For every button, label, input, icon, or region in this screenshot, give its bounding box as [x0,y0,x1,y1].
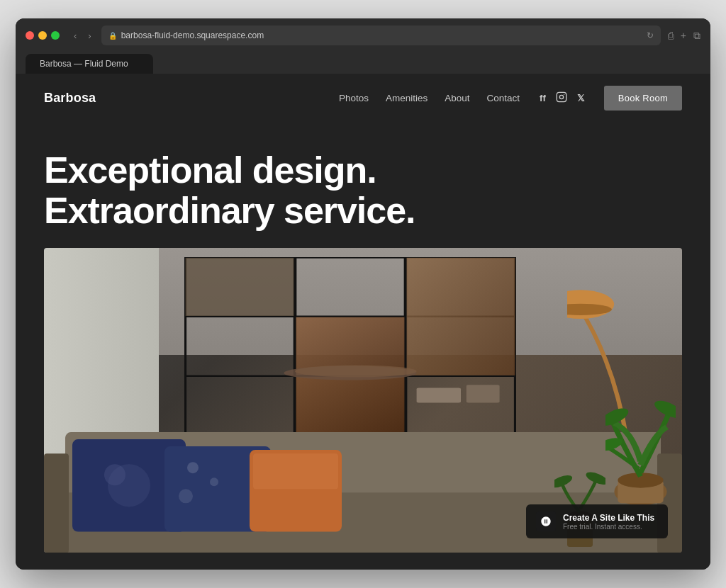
new-tab-button[interactable]: + [681,30,686,41]
browser-controls: ‹ › [71,30,94,42]
svg-rect-11 [407,258,515,375]
svg-point-2 [564,94,564,94]
book-room-button[interactable]: Book Room [604,86,682,111]
traffic-lights [26,31,60,40]
nav-item-amenities[interactable]: Amenities [386,91,428,104]
tab-title: Barbosa — Fluid Demo [40,59,128,69]
svg-point-16 [295,366,417,378]
nav-links: Photos Amenities About Contact [339,91,520,104]
instagram-icon[interactable] [556,91,567,105]
svg-rect-12 [186,258,294,316]
hero-line-1: Exceptional design. [44,149,376,191]
refresh-icon[interactable]: ↻ [647,30,654,40]
room-scene: Create A Site Like This Free trial. Inst… [44,248,682,553]
browser-tabs: Barbosa — Fluid Demo [26,51,700,74]
hero-section: Exceptional design. Extraordinary servic… [16,122,710,553]
nav-link-amenities[interactable]: Amenities [386,93,428,103]
lock-icon: 🔒 [108,32,117,40]
browser-window: ‹ › 🔒 barbosa-fluid-demo.squarespace.com… [16,18,710,570]
badge-title: Create A Site Like This [563,513,654,523]
address-bar[interactable]: 🔒 barbosa-fluid-demo.squarespace.com ↻ [101,26,661,45]
hero-headline: Exceptional design. Extraordinary servic… [44,150,682,231]
nav-link-photos[interactable]: Photos [339,93,369,103]
site-logo[interactable]: Barbosa [44,91,96,106]
svg-point-36 [652,397,676,422]
social-icons: f 𝕏 [540,91,584,105]
share-button[interactable]: ⎙ [668,30,674,41]
svg-rect-14 [467,385,500,403]
maximize-button[interactable] [51,31,60,40]
facebook-icon[interactable]: f [540,93,546,103]
svg-rect-0 [557,92,566,101]
minimize-button[interactable] [38,31,47,40]
svg-rect-31 [253,453,338,489]
svg-rect-21 [44,453,69,553]
url-text: barbosa-fluid-demo.squarespace.com [121,30,264,40]
hero-image: Create A Site Like This Free trial. Inst… [44,248,682,553]
badge-text: Create A Site Like This Free trial. Inst… [563,513,654,531]
back-button[interactable]: ‹ [71,30,79,42]
twitter-icon[interactable]: 𝕏 [577,93,584,103]
hero-line-2: Extraordinary service. [44,190,415,231]
nav-item-contact[interactable]: Contact [487,91,520,104]
more-button[interactable]: ⧉ [693,30,700,42]
browser-top-bar: ‹ › 🔒 barbosa-fluid-demo.squarespace.com… [26,26,700,45]
squarespace-badge[interactable]: Create A Site Like This Free trial. Inst… [526,504,668,538]
plant [605,370,676,522]
nav-item-photos[interactable]: Photos [339,91,369,104]
website-content: Barbosa Photos Amenities About Contact [16,74,710,570]
navbar: Barbosa Photos Amenities About Contact [16,74,710,122]
active-tab[interactable]: Barbosa — Fluid Demo [26,54,153,74]
forward-button[interactable]: › [85,30,94,42]
nav-right: Photos Amenities About Contact f [339,86,682,111]
browser-actions: ⎙ + ⧉ [668,30,700,42]
badge-subtitle: Free trial. Instant access. [563,523,654,531]
hero-text: Exceptional design. Extraordinary servic… [44,150,682,231]
svg-point-29 [179,489,193,503]
svg-rect-13 [417,388,461,403]
svg-point-25 [104,464,125,485]
svg-point-1 [559,95,563,98]
close-button[interactable] [26,31,34,40]
nav-link-contact[interactable]: Contact [487,93,520,103]
nav-item-about[interactable]: About [445,91,469,104]
browser-chrome: ‹ › 🔒 barbosa-fluid-demo.squarespace.com… [16,18,710,74]
svg-point-27 [187,462,199,473]
squarespace-logo [536,511,556,531]
svg-point-28 [210,477,218,486]
nav-link-about[interactable]: About [445,93,469,103]
